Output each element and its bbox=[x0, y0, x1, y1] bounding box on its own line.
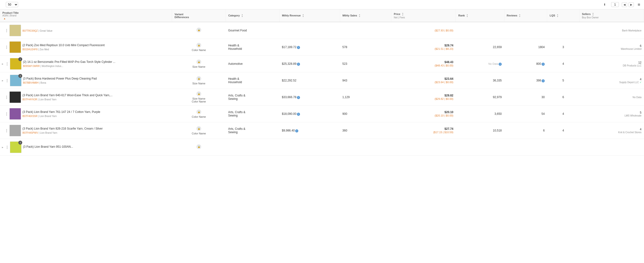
lqs-cell-4: 6 bbox=[547, 89, 579, 106]
variant-lock-icon-3[interactable]: 🔒 bbox=[196, 76, 201, 81]
expand-arrow[interactable]: ► bbox=[2, 79, 4, 82]
col-header-revenue[interactable]: Mthly Revenue ▲▼ bbox=[280, 10, 340, 22]
sellers-cell-3: 4 Supply Depot LLC ✓ bbox=[579, 72, 644, 89]
price-main-6: $27.74 bbox=[394, 127, 454, 131]
category-cell-1: Health & Household bbox=[226, 39, 279, 56]
rank-cell-1: 22,659 bbox=[456, 39, 504, 56]
variant-lock-icon-1[interactable]: 🔒 bbox=[196, 43, 201, 48]
asin-link-0[interactable]: B07TRC69QZ bbox=[22, 30, 38, 32]
product-img-wrap-6 bbox=[10, 125, 21, 136]
grid-view-icon[interactable]: ⊞ bbox=[638, 3, 640, 6]
price-cell-2: $48.43 ($48.43 | $0.00) bbox=[391, 56, 456, 72]
variant-icon-cell-0: 🔒 bbox=[172, 22, 226, 39]
asin-link-5[interactable]: B07F46XSSR bbox=[22, 115, 38, 117]
product-img-wrap-2: 1 bbox=[10, 58, 22, 70]
rank-cell-4: 92,979 bbox=[456, 89, 504, 106]
seller-name-4: No Data bbox=[582, 96, 641, 99]
row-actions-1[interactable] bbox=[5, 46, 8, 49]
table-row: (2 Pack) Zoo Med Reptisun 10.0 Uvb Mini … bbox=[0, 39, 644, 56]
variant-lock-icon-4[interactable]: 🔒 bbox=[196, 91, 201, 96]
rank-cell-2: No Datai bbox=[456, 56, 504, 72]
rank-info-icon-2[interactable]: i bbox=[498, 63, 502, 66]
brand-5: | Lion Brand Yarn bbox=[38, 115, 57, 117]
variant-lock-icon-5[interactable]: 🔒 bbox=[196, 110, 201, 114]
brand-6: | Lion Brand Yarn bbox=[39, 132, 57, 134]
product-info-7: (3 Pack) Lion Brand Yarn 951-100AN... bbox=[23, 145, 170, 150]
revenue-info-icon-1[interactable]: i bbox=[297, 46, 300, 49]
reviews-cell-6: 6 bbox=[504, 122, 547, 139]
lqs-cell-2: 4 bbox=[547, 56, 579, 72]
page-input[interactable] bbox=[611, 2, 619, 7]
asin-link-4[interactable]: B07F44YK3R bbox=[22, 98, 37, 101]
revenue-info-icon-2[interactable]: i bbox=[297, 63, 300, 66]
reviews-info-icon-3[interactable]: i bbox=[542, 79, 545, 82]
variant-lock-icon-0[interactable]: 🔒 bbox=[196, 28, 201, 32]
brand-3: | Bona bbox=[39, 82, 46, 84]
col-header-sellers[interactable]: Sellers ▲▼ Buy Box Owner bbox=[579, 10, 644, 22]
col-header-lqs[interactable]: LQS ▲▼ bbox=[547, 10, 579, 22]
download-csv-button[interactable]: ⬇ bbox=[602, 3, 606, 6]
row-actions-5[interactable] bbox=[5, 112, 8, 116]
asin-link-2[interactable]: B09SWYJWRR bbox=[23, 65, 40, 68]
revenue-cell-7 bbox=[280, 139, 340, 156]
seller-name-5: LMS Wholesale bbox=[582, 114, 641, 117]
price-fees-0: ($27.93 | $0.00) bbox=[434, 29, 453, 32]
row-actions-3[interactable] bbox=[6, 79, 8, 82]
lqs-cell-5: 4 bbox=[547, 106, 579, 122]
category-cell-4: Arts, Crafts & Sewing bbox=[226, 89, 279, 106]
variant-lock-icon-6[interactable]: 🔒 bbox=[196, 126, 201, 131]
col-header-category[interactable]: Category ▲▼ bbox=[226, 10, 279, 22]
row-actions-4[interactable] bbox=[5, 96, 8, 99]
sellers-count-2: 12 bbox=[638, 61, 641, 64]
row-actions-0[interactable] bbox=[5, 29, 8, 32]
col-header-sales[interactable]: Mthly Sales ▲▼ bbox=[340, 10, 391, 22]
variant-lock-icon-2[interactable]: 🔒 bbox=[196, 60, 201, 64]
expand-arrow[interactable]: ► bbox=[2, 63, 4, 65]
next-page-button[interactable]: ▶ bbox=[628, 3, 634, 7]
col-header-rank[interactable]: Rank ▲▼ bbox=[456, 10, 504, 22]
product-info-3: (3 Pack) Bona Hardwood Power Plus Deep C… bbox=[23, 77, 170, 84]
reviews-cell-5: 54 bbox=[504, 106, 547, 122]
reviews-info-icon-2[interactable]: i bbox=[542, 63, 545, 66]
variant-icon-cell-3: 🔒 Size Name bbox=[172, 72, 226, 89]
category-cell-0: Gourmet Food bbox=[226, 22, 279, 39]
per-page-select[interactable]: 50 10 25 100 bbox=[6, 2, 18, 7]
product-info-6: (3 Pack) Lion Brand Yarn 826-216 Scarfie… bbox=[22, 127, 170, 134]
prev-page-button[interactable]: ◀ bbox=[622, 3, 627, 7]
seller-name-2: DB Products LLC bbox=[582, 64, 641, 67]
product-cell-1: (2 Pack) Zoo Med Reptisun 10.0 Uvb Mini … bbox=[0, 39, 172, 55]
brand-2: | Worthington Indus... bbox=[40, 65, 63, 68]
product-info-5: (3 Pack) Lion Brand Yarn 761-147 24 / 7 … bbox=[22, 110, 170, 117]
variant-diff-4: Size Name Color Name bbox=[192, 97, 206, 103]
product-info-2: (2) 14.1 oz Bernzomatic Pre-Filled MAP-P… bbox=[23, 60, 170, 68]
product-img-wrap-0 bbox=[10, 25, 21, 36]
sellers-count-5: 5 bbox=[640, 111, 642, 114]
row-actions-7[interactable] bbox=[6, 146, 8, 149]
col-header-price[interactable]: Price ▲▼ Net | Fees bbox=[391, 10, 456, 22]
variant-icon-cell-4: 🔒 Size Name Color Name bbox=[172, 89, 226, 106]
category-cell-2: Automotive bbox=[226, 56, 279, 72]
asin-link-1[interactable]: B015HU2HF8 bbox=[22, 48, 38, 51]
product-meta-4: B07F44YK3R | Lion Brand Yarn bbox=[22, 98, 170, 101]
revenue-info-icon-4[interactable]: i bbox=[297, 96, 300, 99]
col-header-reviews[interactable]: Reviews ▲▼ bbox=[504, 10, 547, 22]
col-header-product[interactable]: Product Title ASIN | Brand ▲ bbox=[0, 10, 172, 22]
sales-cell-1: 578 bbox=[340, 39, 391, 56]
col-header-variant: VariantDifferences bbox=[172, 10, 226, 22]
rank-cell-6: 10,518 bbox=[456, 122, 504, 139]
top-bar-right: ⬇ ◀ ▶ ⊞ bbox=[602, 2, 640, 7]
revenue-info-icon-6[interactable]: i bbox=[295, 129, 298, 132]
sales-cell-3: 943 bbox=[340, 72, 391, 89]
variant-lock-icon-7[interactable]: 🔒 bbox=[196, 144, 201, 149]
asin-link-6[interactable]: B07F44SPWV bbox=[22, 132, 38, 134]
lqs-cell-6: 4 bbox=[547, 122, 579, 139]
revenue-cell-4: $33,666.78i bbox=[280, 89, 340, 106]
row-actions-2[interactable] bbox=[6, 62, 8, 66]
sort-arrows-price: ▲▼ bbox=[402, 12, 404, 16]
expand-arrow[interactable]: ► bbox=[2, 146, 4, 149]
sales-cell-2: 523 bbox=[340, 56, 391, 72]
row-actions-6[interactable] bbox=[5, 129, 8, 132]
asin-link-3[interactable]: B07BBV4M8H bbox=[23, 82, 38, 84]
product-meta-6: B07F44SPWV | Lion Brand Yarn bbox=[22, 132, 170, 134]
revenue-info-icon-5[interactable]: i bbox=[297, 113, 300, 116]
